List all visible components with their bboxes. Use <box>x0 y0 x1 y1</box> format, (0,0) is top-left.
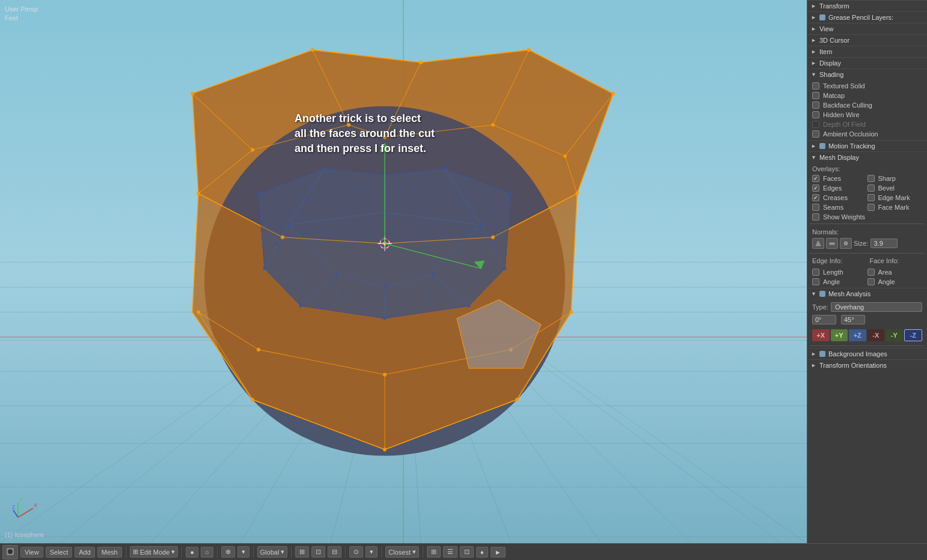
keyframe-btn[interactable]: ♦ <box>476 547 488 558</box>
edges-col[interactable]: Edges <box>812 184 867 192</box>
edge-angle-col[interactable]: Angle <box>812 278 867 285</box>
axis-pos-z-btn[interactable]: +Z <box>849 329 866 341</box>
show-weights-checkbox[interactable] <box>812 213 819 221</box>
hidden-wire-row[interactable]: Hidden Wire <box>807 110 927 120</box>
wire-shading-btn[interactable]: ○ <box>201 547 213 558</box>
normal-face-btn[interactable] <box>812 238 824 249</box>
creases-checkbox[interactable] <box>812 194 819 201</box>
section-motion-tracking[interactable]: ► Motion Tracking <box>807 140 927 151</box>
edge-mark-col[interactable]: Edge Mark <box>867 194 923 201</box>
viewport[interactable]: User Persp Feet Another trick is to sele… <box>0 0 807 543</box>
show-weights-row[interactable]: Show Weights <box>807 212 927 222</box>
section-transform-orientations[interactable]: ► Transform Orientations <box>807 359 927 371</box>
transform-pivot-btn[interactable]: ⊕ <box>221 546 235 558</box>
backface-culling-row[interactable]: Backface Culling <box>807 100 927 110</box>
overlay-faces-sharp-row: Faces Sharp <box>807 174 927 183</box>
mesh-menu-btn[interactable]: Mesh <box>97 547 122 558</box>
faces-checkbox[interactable] <box>812 175 819 182</box>
edit-mode-icon: ⊞ <box>133 548 138 556</box>
axis-neg-z-btn[interactable]: -Z <box>904 329 923 341</box>
snap-btn[interactable]: ▾ <box>237 546 249 558</box>
solid-shading-btn[interactable]: ● <box>186 547 198 558</box>
range-max-input[interactable] <box>841 315 865 324</box>
proportional-type-btn[interactable]: ▾ <box>366 546 378 558</box>
toolbar-sep-7 <box>381 547 382 558</box>
blender-icon-btn[interactable] <box>2 545 18 559</box>
depth-of-field-row[interactable]: Depth Of Field <box>807 120 927 129</box>
edge-angle-checkbox[interactable] <box>812 278 819 285</box>
edit-mode-dropdown[interactable]: ⊞ Edit Mode ▾ <box>130 546 179 558</box>
face-angle-col[interactable]: Angle <box>867 278 923 285</box>
proportional-btn[interactable]: ⊙ <box>349 546 363 558</box>
global-dropdown[interactable]: Global ▾ <box>257 546 288 558</box>
normal-loop-btn[interactable] <box>826 238 838 249</box>
extra-btn2[interactable]: ☰ <box>443 546 457 558</box>
face-mark-checkbox[interactable] <box>867 204 875 211</box>
type-dropdown[interactable]: Overhang <box>831 302 922 312</box>
length-col[interactable]: Length <box>812 269 867 276</box>
svg-marker-131 <box>457 300 541 368</box>
matcap-row[interactable]: Matcap <box>807 91 927 100</box>
section-transform[interactable]: ► Transform <box>807 0 927 11</box>
section-item[interactable]: ► Item <box>807 46 927 57</box>
svg-line-68 <box>445 169 481 225</box>
creases-col[interactable]: Creases <box>812 194 867 201</box>
backface-culling-checkbox[interactable] <box>812 102 819 109</box>
main-area: User Persp Feet Another trick is to sele… <box>0 0 927 543</box>
mesh-select-btn2[interactable]: ⊡ <box>311 546 325 558</box>
edges-checkbox[interactable] <box>812 184 819 192</box>
normal-vertex-btn[interactable] <box>840 238 852 249</box>
view-menu-btn[interactable]: View <box>20 547 43 558</box>
length-checkbox[interactable] <box>812 269 819 276</box>
ambient-occlusion-checkbox[interactable] <box>812 130 819 138</box>
bevel-col[interactable]: Bevel <box>867 184 923 192</box>
svg-line-70 <box>481 225 505 269</box>
area-col[interactable]: Area <box>867 269 923 276</box>
mesh-select-btn1[interactable]: ⊞ <box>295 546 309 558</box>
units-label: Feet <box>5 14 38 23</box>
closest-dropdown[interactable]: Closest ▾ <box>385 546 419 558</box>
axis-neg-x-btn[interactable]: -X <box>867 329 885 341</box>
section-3d-cursor[interactable]: ► 3D Cursor <box>807 34 927 46</box>
extra-btn1[interactable]: ⊞ <box>427 546 441 558</box>
seams-col[interactable]: Seams <box>812 204 867 211</box>
display-arrow: ► <box>811 60 816 66</box>
mesh-select-btn3[interactable]: ⊟ <box>328 546 341 558</box>
bevel-checkbox[interactable] <box>867 184 875 192</box>
sharp-col[interactable]: Sharp <box>867 175 923 182</box>
section-display[interactable]: ► Display <box>807 57 927 68</box>
depth-of-field-checkbox[interactable] <box>812 121 819 128</box>
closest-chevron: ▾ <box>412 548 416 556</box>
edge-mark-checkbox[interactable] <box>867 194 875 201</box>
textured-solid-row[interactable]: Textured Solid <box>807 81 927 91</box>
axis-pos-x-btn[interactable]: +X <box>812 329 830 341</box>
seams-checkbox[interactable] <box>812 204 819 211</box>
svg-line-40 <box>198 150 252 193</box>
area-checkbox[interactable] <box>867 269 875 276</box>
section-shading[interactable]: ▼ Shading <box>807 68 927 80</box>
textured-solid-checkbox[interactable] <box>812 82 819 90</box>
play-btn[interactable]: ► <box>491 547 506 558</box>
faces-col[interactable]: Faces <box>812 175 867 182</box>
sharp-checkbox[interactable] <box>867 175 875 182</box>
face-mark-col[interactable]: Face Mark <box>867 204 923 211</box>
matcap-checkbox[interactable] <box>812 92 819 99</box>
section-background-images[interactable]: ► Background Images <box>807 348 927 359</box>
section-mesh-analysis[interactable]: ▼ Mesh Analysis <box>807 288 927 299</box>
hidden-wire-checkbox[interactable] <box>812 111 819 118</box>
svg-line-30 <box>529 50 613 94</box>
overlay-edges-bevel-row: Edges Bevel <box>807 183 927 193</box>
axis-pos-y-btn[interactable]: +Y <box>831 329 848 341</box>
divider-info <box>810 253 925 254</box>
range-min-input[interactable] <box>812 315 836 324</box>
face-angle-checkbox[interactable] <box>867 278 875 285</box>
record-btn[interactable]: ⊡ <box>460 546 474 558</box>
axis-neg-y-btn[interactable]: -Y <box>886 329 903 341</box>
section-grease-pencil[interactable]: ► Grease Pencil Layers: <box>807 11 927 23</box>
add-menu-btn[interactable]: Add <box>75 547 95 558</box>
ambient-occlusion-row[interactable]: Ambient Occlusion <box>807 129 927 139</box>
select-menu-btn[interactable]: Select <box>46 547 73 558</box>
section-mesh-display[interactable]: ▼ Mesh Display <box>807 151 927 163</box>
section-view[interactable]: ► View <box>807 23 927 34</box>
size-input[interactable] <box>870 239 898 248</box>
